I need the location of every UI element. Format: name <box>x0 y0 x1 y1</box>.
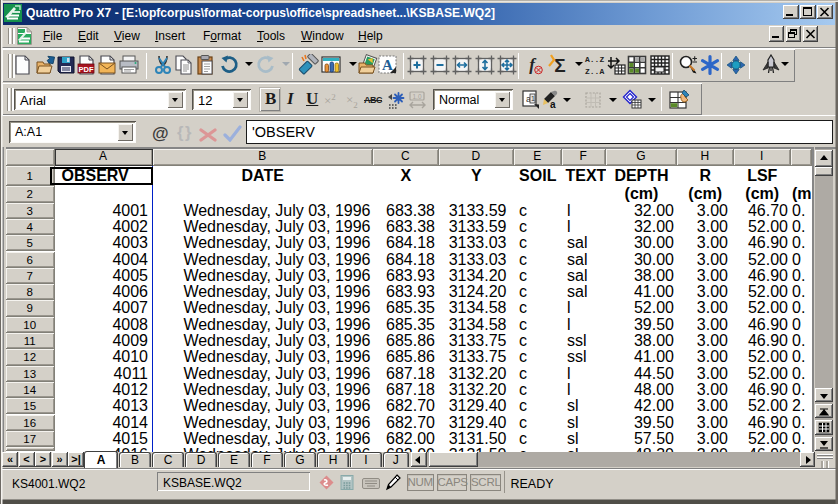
svg-text:A: A <box>382 57 393 73</box>
svg-text:Σ: Σ <box>554 55 565 76</box>
svg-text:A..Z: A..Z <box>585 55 604 64</box>
svg-text:1: 1 <box>531 95 535 102</box>
svg-text:1.0: 1.0 <box>412 93 421 100</box>
svg-text:a: a <box>550 99 556 110</box>
svg-text:f: f <box>529 55 537 74</box>
svg-text:PDF: PDF <box>79 65 94 74</box>
svg-text:Z..A: Z..A <box>585 67 604 76</box>
